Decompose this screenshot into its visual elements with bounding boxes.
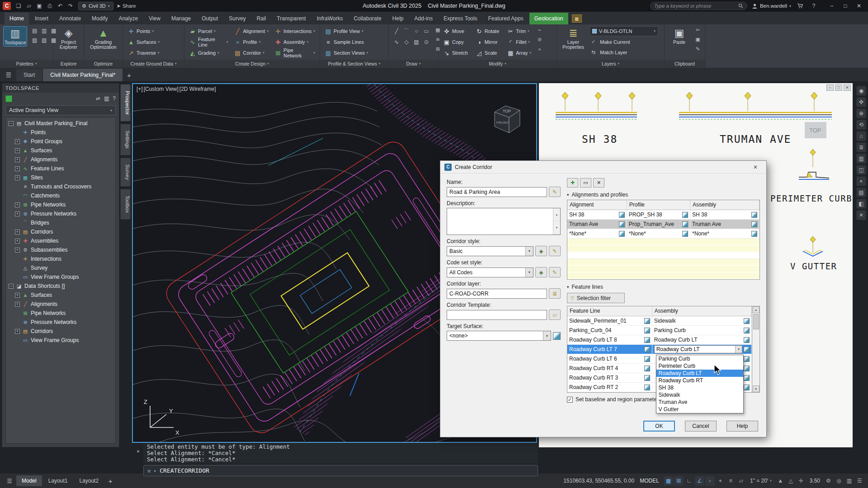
add-baseline-button[interactable]: ✚ xyxy=(567,178,578,188)
split-view-icon[interactable]: ◧ xyxy=(856,199,866,209)
panel-label-explore[interactable]: Explore xyxy=(53,60,84,68)
pick-from-drawing-icon[interactable] xyxy=(644,375,650,381)
graphics-performance-icon[interactable]: ▥ xyxy=(844,476,854,486)
copy-clip-icon[interactable]: ▣ xyxy=(694,36,702,43)
feature-lines-section-header[interactable]: ▾ Feature lines xyxy=(567,284,760,290)
pick-from-drawing-icon[interactable] xyxy=(744,385,750,390)
selection-filter-button[interactable]: ▽ Selection filter xyxy=(567,293,625,303)
trim-button[interactable]: ✂Trim▾ xyxy=(505,26,533,36)
help-icon[interactable]: ? xyxy=(809,1,818,10)
redo-icon[interactable]: ↷ xyxy=(66,1,75,10)
tree-item-ds-corridors[interactable]: + ▤ Corridors xyxy=(6,327,115,336)
name-template-button[interactable]: ✎ xyxy=(549,187,561,197)
tree-expand-icon[interactable]: + xyxy=(15,248,20,253)
column-header[interactable]: Feature Line xyxy=(567,306,652,316)
help-search-field[interactable] xyxy=(650,2,747,10)
tree-item-intersections[interactable]: ✛ Intersections xyxy=(6,254,115,263)
grading-button[interactable]: ◭Grading▾ xyxy=(188,48,230,58)
corridor-button[interactable]: ▤Corridor▾ xyxy=(233,48,270,58)
pick-from-drawing-icon[interactable] xyxy=(744,347,750,352)
properties-palette-icon[interactable]: ▤ xyxy=(30,26,39,35)
profile-button[interactable]: ≈Profile▾ xyxy=(233,37,270,47)
tab-survey[interactable]: Survey xyxy=(120,158,131,187)
ts-panel-icon[interactable]: ▥ xyxy=(104,95,109,102)
chevron-down-icon[interactable]: ▾ xyxy=(735,346,742,353)
corridor-style-picker-button[interactable]: ◈ xyxy=(535,246,547,256)
intersections-button[interactable]: ✛Intersections▾ xyxy=(273,26,316,36)
pick-from-drawing-icon[interactable] xyxy=(682,221,688,227)
layer-properties-button[interactable]: ≣ Layer Properties xyxy=(560,26,586,51)
tree-expand-icon[interactable]: + xyxy=(15,202,20,207)
dropdown-option[interactable]: Parking Curb xyxy=(656,355,744,362)
customize-icon[interactable]: ⚒ xyxy=(147,468,151,474)
tab-toolbox[interactable]: Toolbox xyxy=(120,189,131,220)
alignment-button[interactable]: ╱Alignment▾ xyxy=(233,26,270,36)
tree-item-ds-alignments[interactable]: + ╱ Alignments xyxy=(6,300,115,309)
ribbon-tab[interactable]: Express Tools xyxy=(439,13,482,24)
move-button[interactable]: ✜Move xyxy=(442,26,471,36)
pick-from-drawing-icon[interactable] xyxy=(682,231,688,237)
surfaces-button[interactable]: ▲ Surfaces ▾ xyxy=(126,37,161,47)
tree-item-feature-lines[interactable]: + ∿ Feature Lines xyxy=(6,164,115,173)
scale-button[interactable]: ◿Scale xyxy=(474,48,502,58)
profile-view-button[interactable]: ▤Profile View▾ xyxy=(323,26,369,36)
tree-expand-icon[interactable]: + xyxy=(15,166,20,171)
command-input[interactable]: ⚒ ▸ CREATECORRIDOR xyxy=(143,465,538,476)
scroll-up-icon[interactable]: ▴ xyxy=(553,208,560,221)
feature-line-button[interactable]: ∿Feature Line▾ xyxy=(188,37,230,47)
new-icon[interactable]: ❏ xyxy=(14,1,23,10)
osnap-icon[interactable]: ▫ xyxy=(705,476,715,486)
tab-settings[interactable]: Settings xyxy=(120,124,131,155)
snap-icon[interactable]: ⊞ xyxy=(674,476,684,486)
ribbon-tab[interactable]: Home xyxy=(5,13,29,24)
sample-lines-button[interactable]: ≡Sample Lines xyxy=(323,37,369,47)
workspace-gear-icon[interactable]: ⚙ xyxy=(824,476,833,486)
code-set-picker-button[interactable]: ◈ xyxy=(535,267,547,277)
markup-import-icon[interactable]: ▧ xyxy=(30,36,39,44)
match-props-icon[interactable]: ✎ xyxy=(694,45,702,53)
column-header[interactable]: Profile xyxy=(627,200,690,210)
polygon-icon[interactable]: ◇ xyxy=(402,37,411,47)
collapse-icon[interactable]: ▾ xyxy=(567,192,569,197)
ok-button[interactable]: OK xyxy=(643,421,675,432)
tree-item-ds-pipe-networks[interactable]: ⊞ Pipe Networks xyxy=(6,309,115,318)
model-space-toggle[interactable]: MODEL xyxy=(640,478,659,484)
corridor-name-input[interactable] xyxy=(447,187,547,197)
ribbon-tab[interactable]: Transparent xyxy=(272,13,311,24)
checkbox-checked-icon[interactable]: ✓ xyxy=(567,397,573,403)
hatch-icon[interactable]: ▨ xyxy=(412,37,421,47)
lineweight-icon[interactable]: ≡ xyxy=(726,476,736,486)
tree-item-view-frame-groups[interactable]: ▭ View Frame Groups xyxy=(6,272,115,282)
plot-icon[interactable]: ⎙ xyxy=(45,1,54,10)
pipe-network-button[interactable]: ⊞Pipe Network▾ xyxy=(273,48,316,58)
layer-picker-button[interactable]: ≣ xyxy=(549,288,561,299)
code-set-style-select[interactable]: All Codes ▾ xyxy=(447,267,533,277)
ribbon-tab[interactable]: Annotate xyxy=(54,13,86,24)
cancel-button[interactable]: Cancel xyxy=(685,421,717,432)
tool-palettes-icon[interactable]: ▥ xyxy=(40,26,48,35)
tree-expand-icon[interactable]: + xyxy=(15,329,20,334)
pick-from-drawing-icon[interactable] xyxy=(682,212,688,218)
console-close-icon[interactable]: ✕ xyxy=(135,443,142,454)
pick-from-drawing-icon[interactable] xyxy=(644,366,650,371)
scrollbar-thumb[interactable] xyxy=(753,314,759,329)
tab-model[interactable]: Model xyxy=(16,475,42,486)
ts-help-icon[interactable]: ? xyxy=(113,95,116,102)
dropdown-option[interactable]: Perimeter Curb xyxy=(656,362,744,370)
pick-from-drawing-icon[interactable] xyxy=(751,212,757,218)
ts-swap-icon[interactable]: ⇌ xyxy=(96,95,100,102)
pick-from-drawing-icon[interactable] xyxy=(644,328,650,333)
panel-label-draw[interactable]: Draw▾ xyxy=(389,60,438,68)
grading-optimization-button[interactable]: ▲ Grading Optimization xyxy=(87,26,119,51)
ribbon-extra-icon[interactable]: ▦ xyxy=(572,14,582,23)
new-drawing-tab-button[interactable]: + xyxy=(123,69,134,81)
polyline-icon[interactable]: ∿ xyxy=(392,37,401,47)
description-field[interactable]: ▴ ▾ xyxy=(447,208,561,235)
otrack-icon[interactable]: ⌖ xyxy=(716,476,725,486)
tree-item-ds-pressure-networks[interactable]: ⊕ Pressure Networks xyxy=(6,318,115,327)
tree-item-pipe-networks[interactable]: + ⊞ Pipe Networks xyxy=(6,200,115,209)
tree-item-turnouts[interactable]: ✕ Turnouts and Crossovers xyxy=(6,182,115,191)
toolspace-view-selector[interactable]: Active Drawing View ▾ xyxy=(5,105,116,115)
navwheel-icon[interactable]: ◉ xyxy=(856,86,866,96)
toolspace-title[interactable]: TOOLSPACE xyxy=(2,84,119,93)
